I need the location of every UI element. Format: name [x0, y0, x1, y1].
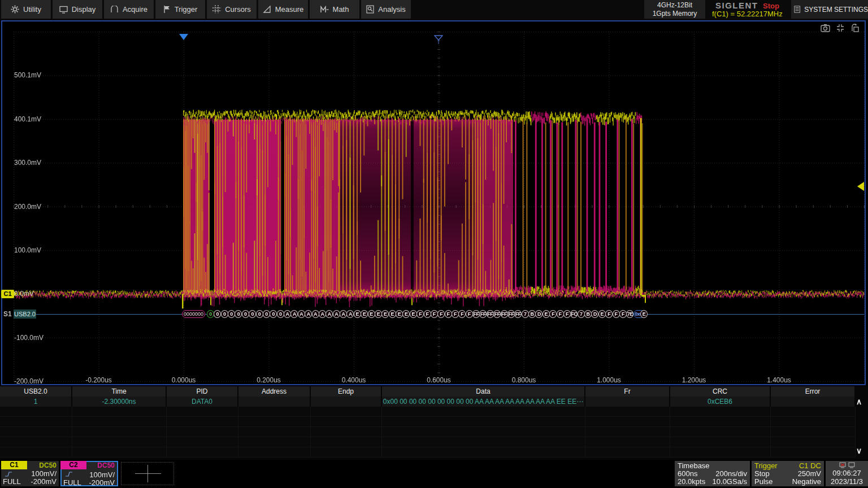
- table-cell-empty: [382, 427, 585, 437]
- table-cell[interactable]: 1: [0, 396, 72, 407]
- table-cell-empty: [0, 447, 72, 457]
- gear-icon: [11, 5, 19, 14]
- decode-byte: 7: [578, 310, 585, 318]
- table-cell-empty: [585, 427, 670, 437]
- table-header-fr: Fr: [585, 386, 670, 396]
- table-header-error: Error: [771, 386, 856, 396]
- menu-item-label: Trigger: [175, 5, 198, 14]
- table-cell-empty: [311, 417, 382, 427]
- table-cell[interactable]: [311, 396, 382, 407]
- table-cell[interactable]: [771, 396, 856, 407]
- menu-item-acquire[interactable]: Acquire: [104, 0, 154, 19]
- table-cell-empty: [670, 417, 771, 427]
- table-cell-empty: [771, 427, 856, 437]
- menu-item-label: Math: [333, 5, 349, 14]
- c1-edge-icon: [5, 472, 12, 477]
- x-axis-label: 0.000us: [172, 376, 196, 384]
- menu-item-math[interactable]: Math: [310, 0, 359, 19]
- flag-icon: [163, 5, 171, 14]
- c1-scale: 100mV/: [31, 469, 57, 478]
- menu-item-utility[interactable]: Utility: [1, 0, 51, 19]
- decode-byte: A: [298, 310, 305, 318]
- decode-byte: FF: [487, 310, 494, 318]
- decode-byte: F: [431, 310, 438, 318]
- decode-byte: 0: [242, 310, 249, 318]
- channel-c2-box[interactable]: C2 DC50 100mV/ FULL -200mV: [60, 461, 118, 486]
- table-cell[interactable]: [585, 396, 670, 407]
- trigger-box[interactable]: TriggerC1 DC Stop250mV PulseNegative: [752, 461, 824, 486]
- bus-label[interactable]: USB2.0: [14, 310, 36, 319]
- menu-item-trigger[interactable]: Trigger: [155, 0, 205, 19]
- decode-byte: A: [340, 310, 347, 318]
- decode-byte: B: [528, 310, 536, 318]
- x-axis-label: 0.200us: [257, 376, 281, 384]
- decode-byte: FF: [514, 310, 522, 318]
- table-row: [0, 437, 868, 447]
- table-cell-empty: [670, 447, 771, 457]
- table-cell[interactable]: 0x00 00 00 00 00 00 00 00 00 AA AA AA AA…: [382, 396, 585, 407]
- menu-item-measure[interactable]: Measure: [258, 0, 308, 19]
- table-cell[interactable]: 0xCEB6: [670, 396, 771, 407]
- x-axis-label: 0.600us: [427, 376, 451, 384]
- decode-byte: F: [452, 310, 459, 318]
- timebase-box[interactable]: Timebase 600ns200ns/div 20.0kpts10.0GSa/…: [675, 461, 750, 486]
- c2-coupling: DC50: [97, 461, 115, 469]
- table-cell-empty: [311, 427, 382, 437]
- table-cell[interactable]: DATA0: [167, 396, 238, 407]
- split-view-icon[interactable]: [836, 24, 845, 32]
- table-header-pid: PID: [167, 386, 238, 396]
- table-cell-empty: [585, 437, 670, 447]
- menu-item-cursors[interactable]: Cursors: [207, 0, 257, 19]
- table-cell-empty: [382, 407, 585, 417]
- waveform-canvas[interactable]: [2, 21, 865, 384]
- menu-item-analysis[interactable]: Analysis: [361, 0, 411, 19]
- decode-byte: E: [375, 310, 382, 318]
- clock-time: 09:06:27: [826, 469, 868, 477]
- lan-status-icons: [839, 462, 855, 469]
- system-settings-button[interactable]: SYSTEM SETTINGS: [791, 0, 868, 19]
- clock-date: 2023/11/3: [826, 477, 868, 486]
- table-cell-empty: [771, 437, 856, 447]
- trigger-slope: Negative: [792, 477, 821, 486]
- scroll-up-button[interactable]: ∧: [853, 397, 865, 406]
- table-cell-empty: [72, 447, 167, 457]
- c2-bandwidth: FULL: [63, 478, 81, 487]
- table-cell-empty: [238, 447, 311, 457]
- table-cell[interactable]: -2.30000ns: [72, 396, 167, 407]
- decode-byte: F: [613, 310, 620, 318]
- table-cell-empty: [585, 417, 670, 427]
- x-axis-label: 1.000us: [597, 376, 621, 384]
- trigger-delay-marker[interactable]: [179, 34, 188, 40]
- y-axis-label: 0.0mV: [14, 290, 34, 298]
- table-cell-empty: [670, 427, 771, 437]
- run-state[interactable]: Stop: [763, 2, 779, 10]
- table-cell-empty: [670, 407, 771, 417]
- table-header-endp: Endp: [311, 386, 382, 396]
- rotate-page-icon[interactable]: [850, 24, 860, 32]
- plot-toolbar: [821, 24, 860, 32]
- table-cell-empty: [771, 447, 856, 457]
- decode-byte: FF: [507, 310, 515, 318]
- trigger-state: Stop: [754, 469, 770, 478]
- decode-byte: F: [445, 310, 452, 318]
- timebase-points: 20.0kpts: [678, 477, 705, 486]
- decode-byte: 7E: [626, 310, 633, 318]
- decode-sync-field: 0000000: [182, 310, 205, 318]
- c1-ground-marker[interactable]: C1: [1, 290, 14, 298]
- table-header-address: Address: [238, 386, 311, 396]
- table-cell-empty: [72, 407, 167, 417]
- table-cell[interactable]: [238, 396, 311, 407]
- table-cell-empty: [167, 427, 238, 437]
- decode-byte: 0: [263, 310, 270, 318]
- c1-coupling: DC50: [39, 461, 57, 469]
- decode-byte: F: [466, 310, 473, 318]
- scroll-down-button[interactable]: ∨: [853, 446, 865, 455]
- table-row: [0, 407, 868, 417]
- menu-item-display[interactable]: Display: [53, 0, 102, 19]
- trigger-level-marker[interactable]: [857, 182, 864, 191]
- camera-icon[interactable]: [821, 24, 830, 32]
- table-cell-empty: [382, 447, 585, 457]
- trigger-position-marker[interactable]: [433, 34, 444, 45]
- add-channel-button[interactable]: [121, 462, 174, 485]
- channel-c1-box[interactable]: C1 DC50 100mV/ FULL -200mV: [1, 461, 59, 486]
